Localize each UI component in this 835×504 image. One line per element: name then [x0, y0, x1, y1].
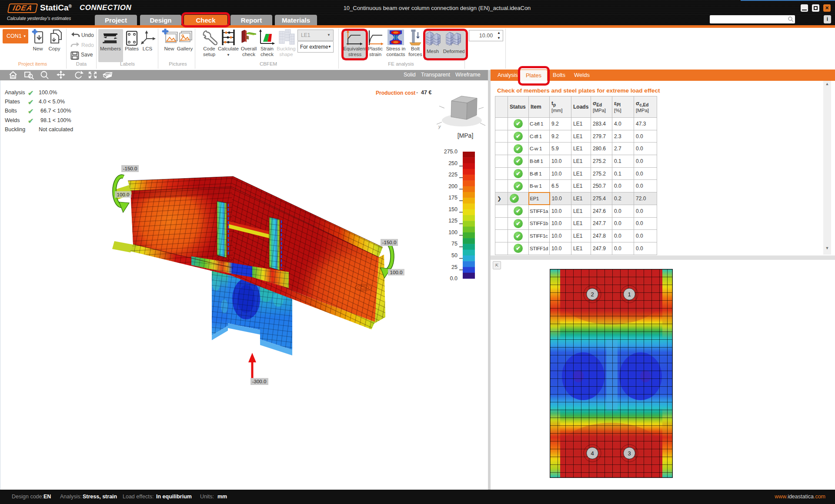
- svg-text:[MPa]: [MPa]: [458, 132, 474, 139]
- svg-text:100: 100: [448, 229, 458, 235]
- svg-text:125: 125: [448, 218, 458, 224]
- svg-text:0.0: 0.0: [450, 275, 458, 282]
- svg-text:-150.0: -150.0: [123, 166, 137, 171]
- svg-text:-300.0: -300.0: [252, 379, 267, 384]
- svg-text:150: 150: [448, 206, 458, 212]
- svg-text:4: 4: [591, 450, 594, 457]
- svg-text:275.0: 275.0: [444, 149, 458, 155]
- svg-text:200: 200: [448, 183, 458, 189]
- svg-text:250: 250: [448, 160, 458, 166]
- svg-text:2: 2: [591, 291, 594, 298]
- svg-text:y: y: [438, 124, 441, 129]
- svg-text:175: 175: [448, 195, 458, 201]
- svg-text:-150.0: -150.0: [382, 240, 397, 245]
- svg-text:75: 75: [451, 241, 458, 247]
- svg-text:100.0: 100.0: [390, 270, 403, 275]
- svg-text:1: 1: [628, 291, 631, 298]
- svg-text:225: 225: [448, 172, 458, 178]
- svg-text:50: 50: [451, 252, 458, 259]
- svg-text:100.0: 100.0: [117, 192, 130, 197]
- svg-text:25: 25: [451, 264, 458, 270]
- svg-text:3: 3: [628, 450, 631, 457]
